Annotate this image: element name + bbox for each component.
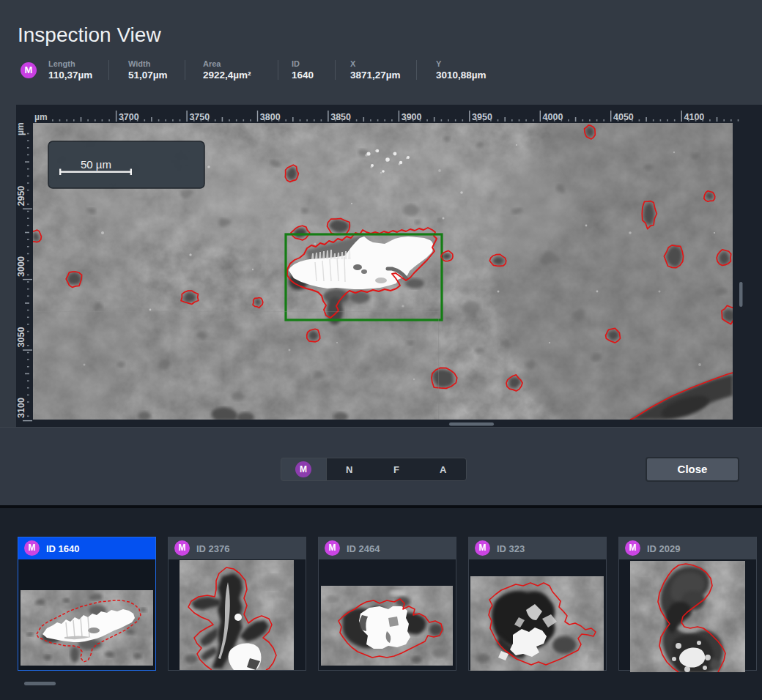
svg-text:µm: µm: [16, 122, 26, 135]
svg-text:4050: 4050: [613, 112, 634, 122]
svg-text:50 µm: 50 µm: [81, 158, 111, 171]
svg-text:3750: 3750: [189, 112, 210, 122]
svg-text:3050: 3050: [16, 327, 26, 348]
svg-text:4100: 4100: [684, 112, 705, 122]
svg-text:3900: 3900: [402, 112, 422, 122]
svg-text:4000: 4000: [543, 112, 563, 122]
svg-text:3950: 3950: [472, 112, 492, 122]
svg-text:µm: µm: [34, 112, 48, 122]
svg-text:3850: 3850: [330, 112, 351, 122]
svg-text:3800: 3800: [260, 112, 281, 122]
svg-text:3700: 3700: [119, 112, 139, 122]
svg-text:2950: 2950: [16, 186, 26, 206]
svg-text:3100: 3100: [16, 398, 26, 418]
svg-text:3000: 3000: [16, 256, 26, 277]
